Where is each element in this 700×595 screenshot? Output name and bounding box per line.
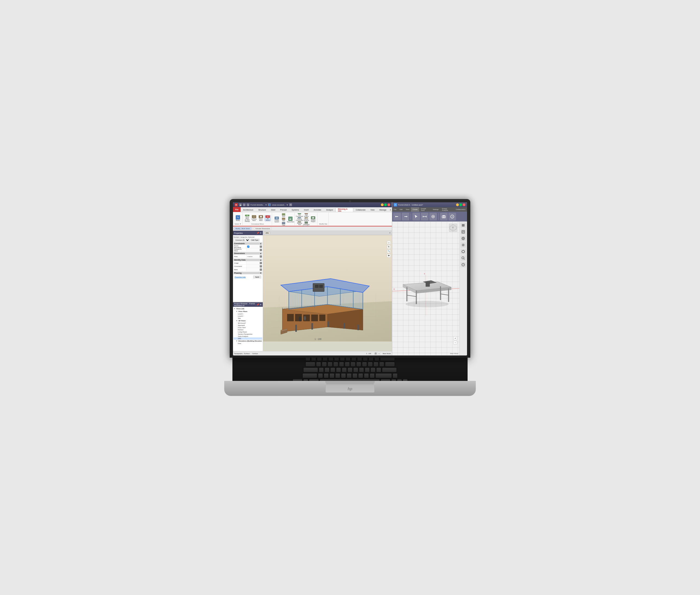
maximize-button[interactable] [384,203,387,206]
building-pad-tool[interactable]: Building Pad [297,222,302,225]
formit-tab-file[interactable]: File [392,207,398,211]
tree-east[interactable]: East [233,342,262,344]
toposurface-tool[interactable]: ⛰ Toposurface [287,217,293,223]
key-e[interactable] [328,362,333,367]
formit-zoom-out[interactable]: − [453,341,457,344]
tree-site[interactable]: Site [233,317,262,319]
key-period[interactable] [364,373,369,378]
formit-tab-energy-analysis[interactable]: Energy Analysis [440,207,454,211]
tree-level-1[interactable]: Level 1 [233,313,262,315]
formit-properties-icon[interactable] [460,229,466,235]
tab-structure[interactable]: Structure [256,207,268,212]
key-k[interactable] [359,368,364,372]
edit-type-button[interactable]: Edit Type [250,239,259,242]
key-f[interactable] [336,368,341,372]
activate-dimensions-tab[interactable]: Activate Dimensions [254,227,272,230]
dimensions-expand[interactable]: ▲ [260,252,262,254]
formit-maximize-btn[interactable] [459,203,462,206]
key-bracket-left[interactable] [373,362,379,367]
tree-section-perspective[interactable]: Section Perspective [233,333,262,335]
quick-access-save[interactable]: 💾 [239,203,242,206]
tab-insert[interactable]: Insert [301,207,311,212]
key-p[interactable] [368,362,373,367]
view-tab-3d[interactable]: (3D) [264,232,270,234]
key-c[interactable] [330,373,334,378]
key-t[interactable] [339,362,344,367]
view-rotate-btn[interactable]: ↻ [387,245,391,249]
elevations-toggle[interactable]: ▼ [236,340,238,342]
tab-collaborate[interactable]: Collaborate [353,207,368,212]
key-m[interactable] [353,373,357,378]
tab-file[interactable]: File [233,207,241,212]
formit-snap-btn[interactable] [429,213,437,220]
tab-precast[interactable]: Precast [278,207,289,212]
formit-help-btn[interactable]: ? [448,213,456,220]
key-shift-right[interactable] [375,373,392,378]
properties-close-btn[interactable]: ✕ [260,232,262,234]
formit-tab-google-tools[interactable]: Google Tools [419,207,431,211]
status-icon-2[interactable]: ⊕ [377,352,380,355]
tab-systems[interactable]: Systems [289,207,302,212]
status-icon-1[interactable]: 🔲 [374,352,377,355]
ribbon-minimize[interactable]: ▲ [389,208,392,211]
quick-access-undo[interactable]: ↩ [243,203,246,206]
key-enter[interactable] [382,368,397,372]
tree-approach[interactable]: Approach [233,324,262,327]
key-q[interactable] [316,362,321,367]
key-v[interactable] [335,373,340,378]
key-bracket-right[interactable] [379,362,384,367]
properties-help-link[interactable]: Properties help [234,276,246,278]
tab-architecture[interactable]: Architecture [241,207,256,212]
browser-close-btn[interactable]: ✕ [260,304,262,306]
tab-manage[interactable]: Manage [377,207,389,212]
merge-surfaces-tool[interactable]: Merge Surfaces [303,217,309,221]
constraints-expand[interactable]: ▲ [260,243,262,245]
key-backslash[interactable] [385,362,395,367]
views-toggle[interactable]: ▼ [233,308,236,310]
key-z[interactable] [318,373,323,378]
key-g[interactable] [342,368,347,372]
view-home-btn[interactable]: ⌂ [387,240,391,245]
formit-materials-icon[interactable] [460,236,466,241]
key-comma[interactable] [358,373,363,378]
formit-undo-btn[interactable] [393,213,401,220]
tab-view[interactable]: View [368,207,377,212]
key-l[interactable] [365,368,370,372]
tab-massing-site[interactable]: Massing & Site [336,207,353,212]
key-o[interactable] [362,362,367,367]
formit-tab-collaboration[interactable]: Collaboration [454,207,467,211]
tree-3d-formit[interactable]: 3D-FormIT [233,322,262,324]
tree-from-yard[interactable]: From Yard [233,327,262,329]
formit-help-panel-icon[interactable]: ? [460,262,466,267]
curtain-system-tool[interactable]: ⊞ CurtainSystem [274,217,280,223]
room-bounding-checkbox[interactable] [247,246,249,248]
user-icon[interactable]: 👤 [268,203,271,206]
place-mass-tool[interactable]: ⬢ PlaceMass [258,215,264,221]
formit-redo-btn[interactable] [402,213,409,220]
key-r[interactable] [333,362,338,367]
properties-pin-btn[interactable]: 📌 [256,232,259,234]
phasing-expand[interactable]: ▼ [260,272,262,274]
wall-tool[interactable]: Wall [281,218,286,222]
help-icon[interactable]: ? [289,203,292,206]
sketch-3d-tool[interactable]: 3D 3D Sketch [265,215,271,221]
tree-3d-views[interactable]: ▼ 3D Views [233,319,262,322]
key-capslock[interactable] [303,368,318,372]
inplace-mass-tool[interactable]: ⬡ In-PlaceMass [251,215,257,221]
key-arrow-up[interactable] [393,373,398,378]
key-u[interactable] [351,362,356,367]
key-n[interactable] [347,373,352,378]
formit-zoom-icon[interactable] [460,255,466,261]
view-pan-btn[interactable]: ✥ [387,254,391,258]
tree-solar-analysis[interactable]: Solar Analysis [233,335,262,337]
key-x[interactable] [324,373,329,378]
key-w[interactable] [322,362,327,367]
formit-tab-create[interactable]: Create [411,207,419,211]
key-slash[interactable] [370,373,374,378]
tab-annotate[interactable]: Annotate [311,207,324,212]
show-mass-tool[interactable]: 👁 Show Massby View Settings [244,215,250,221]
formit-layers-icon[interactable] [460,223,466,228]
tab-steel[interactable]: Steel [269,207,278,212]
key-h[interactable] [347,368,353,372]
formit-camera-btn[interactable] [440,213,448,220]
